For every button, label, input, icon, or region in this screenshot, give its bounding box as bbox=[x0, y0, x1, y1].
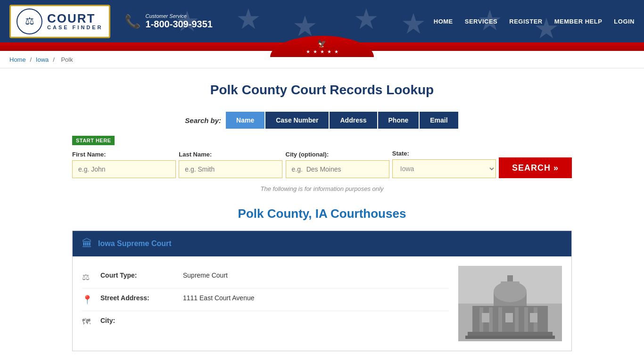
first-name-label: First Name: bbox=[72, 151, 172, 158]
street-label: Street Address: bbox=[100, 294, 176, 302]
search-section: Search by: Name Case Number Address Phon… bbox=[72, 112, 572, 192]
tab-phone[interactable]: Phone bbox=[378, 112, 419, 129]
search-button[interactable]: SEARCH » bbox=[499, 157, 572, 178]
courthouse-card: 🏛 Iowa Supreme Court ⚖ Court Type: Supre… bbox=[72, 230, 572, 351]
search-form-row: First Name: Last Name: City (optional): … bbox=[72, 150, 572, 178]
svg-rect-17 bbox=[530, 313, 537, 322]
street-value: 1111 East Court Avenue bbox=[183, 294, 255, 302]
wave-stars: ★★★★★ bbox=[306, 49, 339, 54]
tab-name[interactable]: Name bbox=[226, 112, 264, 129]
last-name-input[interactable] bbox=[179, 160, 282, 178]
nav-register[interactable]: REGISTER bbox=[509, 18, 542, 25]
courthouses-section: Polk County, IA Courthouses 🏛 Iowa Supre… bbox=[72, 206, 572, 351]
header-left: ⚖ COURT CASE FINDER 📞 Customer Service 1… bbox=[9, 5, 213, 38]
courthouse-header: 🏛 Iowa Supreme Court bbox=[73, 231, 571, 256]
city-row: 🗺 City: bbox=[82, 311, 449, 333]
main-nav: HOME SERVICES REGISTER MEMBER HELP LOGIN bbox=[434, 18, 635, 25]
location-icon: 📍 bbox=[82, 295, 93, 305]
breadcrumb-home[interactable]: Home bbox=[9, 56, 26, 63]
tab-case-number[interactable]: Case Number bbox=[265, 112, 329, 129]
last-name-group: Last Name: bbox=[179, 151, 278, 178]
svg-rect-8 bbox=[489, 307, 493, 332]
court-type-row: ⚖ Court Type: Supreme Court bbox=[82, 266, 449, 288]
courthouse-info: ⚖ Court Type: Supreme Court 📍 Street Add… bbox=[82, 266, 449, 341]
breadcrumb-state[interactable]: Iowa bbox=[36, 56, 49, 63]
nav-member-help[interactable]: MEMBER HELP bbox=[554, 18, 603, 25]
logo-emblem: ⚖ bbox=[17, 8, 42, 34]
svg-rect-14 bbox=[465, 336, 555, 339]
state-group: State: Iowa Alabama Alaska Arizona Arkan… bbox=[392, 150, 492, 178]
svg-rect-15 bbox=[482, 313, 489, 322]
svg-rect-10 bbox=[515, 307, 519, 332]
nav-services[interactable]: SERVICES bbox=[465, 18, 498, 25]
phone-number: 1-800-309-9351 bbox=[146, 19, 213, 29]
search-by-row: Search by: Name Case Number Address Phon… bbox=[72, 112, 572, 129]
court-type-label: Court Type: bbox=[100, 272, 176, 279]
breadcrumb-sep1: / bbox=[30, 56, 33, 63]
eagle-icon: 🦅 bbox=[317, 39, 327, 48]
svg-rect-4 bbox=[501, 281, 520, 292]
tab-email[interactable]: Email bbox=[420, 112, 458, 129]
wave-bar: 🦅 ★★★★★ bbox=[0, 42, 644, 51]
breadcrumb-sep2: / bbox=[53, 56, 56, 63]
first-name-group: First Name: bbox=[72, 151, 172, 178]
courthouse-body: ⚖ Court Type: Supreme Court 📍 Street Add… bbox=[73, 256, 571, 351]
logo-text: COURT CASE FINDER bbox=[47, 12, 103, 30]
state-label: State: bbox=[392, 150, 492, 157]
city-icon: 🗺 bbox=[82, 317, 93, 327]
tab-address[interactable]: Address bbox=[330, 112, 377, 129]
city-label: City (optional): bbox=[286, 151, 385, 158]
courthouse-name-link[interactable]: Iowa Supreme Court bbox=[98, 239, 172, 248]
court-type-value: Supreme Court bbox=[183, 272, 228, 279]
breadcrumb-county: Polk bbox=[61, 56, 73, 63]
nav-login[interactable]: LOGIN bbox=[614, 18, 635, 25]
street-row: 📍 Street Address: 1111 East Court Avenue bbox=[82, 288, 449, 311]
svg-rect-16 bbox=[505, 313, 513, 322]
start-here-badge: START HERE bbox=[72, 136, 115, 145]
city-row-label: City: bbox=[100, 317, 176, 324]
logo-case-finder-text: CASE FINDER bbox=[47, 25, 103, 30]
info-note: The following is for information purpose… bbox=[72, 185, 572, 192]
city-input[interactable] bbox=[286, 160, 389, 178]
nav-home[interactable]: HOME bbox=[434, 18, 453, 25]
logo-court-text: COURT bbox=[47, 12, 103, 25]
courthouses-title: Polk County, IA Courthouses bbox=[72, 206, 572, 221]
phone-label: Customer Service bbox=[146, 13, 213, 19]
city-group: City (optional): bbox=[286, 151, 385, 178]
court-type-icon: ⚖ bbox=[82, 272, 93, 282]
phone-icon: 📞 bbox=[124, 14, 141, 29]
courthouse-building-icon: 🏛 bbox=[82, 238, 92, 250]
svg-rect-11 bbox=[524, 307, 528, 332]
state-select[interactable]: Iowa Alabama Alaska Arizona Arkansas Cal… bbox=[392, 159, 496, 178]
last-name-label: Last Name: bbox=[179, 151, 278, 158]
svg-rect-13 bbox=[468, 332, 553, 336]
header-phone: 📞 Customer Service 1-800-309-9351 bbox=[124, 13, 213, 30]
search-by-label: Search by: bbox=[185, 116, 221, 124]
svg-rect-5 bbox=[507, 275, 513, 281]
svg-rect-9 bbox=[498, 307, 502, 332]
main-content: Polk County Court Records Lookup Search … bbox=[63, 68, 581, 362]
logo-box[interactable]: ⚖ COURT CASE FINDER bbox=[9, 5, 110, 38]
phone-text: Customer Service 1-800-309-9351 bbox=[146, 13, 213, 30]
page-title: Polk County Court Records Lookup bbox=[72, 82, 572, 98]
courthouse-image bbox=[458, 266, 562, 341]
first-name-input[interactable] bbox=[72, 160, 176, 178]
